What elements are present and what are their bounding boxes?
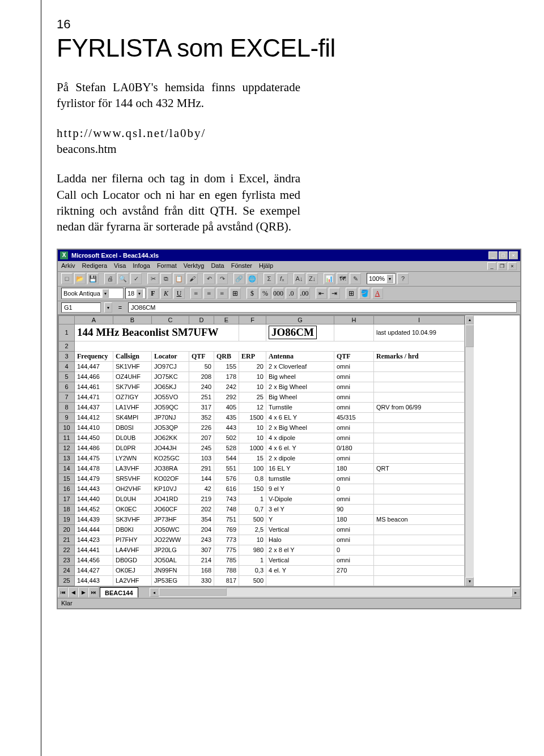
table-row[interactable]: 13144,475LY2WNKO25GC103544152 x dipoleom… bbox=[59, 453, 465, 463]
dec-indent-icon[interactable]: ⇤ bbox=[316, 288, 327, 299]
copy-icon[interactable]: ⧉ bbox=[160, 273, 172, 284]
header-cell[interactable]: Remarks / hrd bbox=[374, 351, 465, 361]
menu-data[interactable]: Data bbox=[211, 262, 224, 270]
row-header[interactable]: 14 bbox=[59, 463, 75, 473]
scroll-left-icon[interactable]: ◂ bbox=[150, 588, 159, 597]
header-cell[interactable]: Callsign bbox=[113, 351, 152, 361]
row-header[interactable]: 3 bbox=[59, 351, 75, 361]
font-color-icon[interactable]: A bbox=[372, 288, 383, 299]
col-header[interactable]: I bbox=[374, 315, 465, 324]
doc-restore-button[interactable]: ❐ bbox=[498, 262, 507, 270]
doc-close-button[interactable]: × bbox=[508, 262, 517, 270]
preview-icon[interactable]: 🔍 bbox=[117, 273, 129, 284]
percent-icon[interactable]: % bbox=[260, 288, 271, 299]
table-row[interactable]: 9144,412SK4MPIJP70NJ35243515004 x 6 EL Y… bbox=[59, 412, 465, 422]
row-header[interactable]: 9 bbox=[59, 412, 75, 422]
menu-redigera[interactable]: Redigera bbox=[82, 262, 107, 270]
row-header[interactable]: 18 bbox=[59, 504, 75, 514]
table-row[interactable]: 22144,441LA4VHFJP20LG3077759802 x 8 el Y… bbox=[59, 545, 465, 555]
table-row[interactable]: 11144,450DL0UBJO62KK207502104 x dipoleom… bbox=[59, 433, 465, 443]
underline-button[interactable]: U bbox=[173, 288, 185, 299]
row-header[interactable]: 7 bbox=[59, 392, 75, 402]
table-row[interactable]: 16144,443OH2VHFKP10VJ426161509 el Y0 bbox=[59, 484, 465, 494]
row-header[interactable]: 6 bbox=[59, 382, 75, 392]
row-header[interactable]: 5 bbox=[59, 371, 75, 382]
menu-arkiv[interactable]: Arkiv bbox=[61, 262, 75, 270]
sort-asc-icon[interactable]: A↓ bbox=[294, 273, 305, 284]
table-row[interactable]: 15144,479SR5VHFKO02OF1445760,8turnstileo… bbox=[59, 473, 465, 484]
tab-first-icon[interactable]: ⏮ bbox=[58, 587, 68, 597]
row-header[interactable]: 21 bbox=[59, 535, 75, 545]
align-center-icon[interactable]: ≡ bbox=[203, 288, 215, 299]
web-icon[interactable]: 🌐 bbox=[246, 273, 258, 284]
row-header[interactable]: 25 bbox=[59, 575, 75, 586]
merge-icon[interactable]: ⊞ bbox=[230, 288, 241, 299]
font-combo[interactable]: Book Antiqua ▾ bbox=[61, 288, 124, 299]
table-row[interactable]: 17144,440DL0UHJO41RD2197431V-Dipoleomni bbox=[59, 494, 465, 504]
inc-indent-icon[interactable]: ⇥ bbox=[329, 288, 340, 299]
row-header[interactable]: 20 bbox=[59, 524, 75, 535]
row-header[interactable]: 17 bbox=[59, 494, 75, 504]
row-header[interactable]: 23 bbox=[59, 555, 75, 565]
zoom-combo[interactable]: 100% ▾ bbox=[367, 273, 396, 284]
vertical-scrollbar[interactable]: ▴ ▾ bbox=[465, 315, 474, 586]
sum-icon[interactable]: Σ bbox=[264, 273, 275, 284]
menu-visa[interactable]: Visa bbox=[114, 262, 126, 270]
locator-cell[interactable]: JO86CM bbox=[269, 326, 317, 339]
table-row[interactable]: 14144,478LA3VHFJO38RA29155110016 EL Y180… bbox=[59, 463, 465, 473]
italic-button[interactable]: K bbox=[160, 288, 172, 299]
link-icon[interactable]: 🔗 bbox=[233, 273, 245, 284]
tab-next-icon[interactable]: ▶ bbox=[78, 587, 88, 597]
row-header[interactable]: 22 bbox=[59, 545, 75, 555]
scroll-up-icon[interactable]: ▴ bbox=[465, 315, 474, 324]
row-header[interactable]: 15 bbox=[59, 473, 75, 484]
dec-decimal-icon[interactable]: .00 bbox=[299, 288, 310, 299]
close-button[interactable]: × bbox=[509, 251, 518, 259]
header-cell[interactable]: Frequency bbox=[75, 351, 113, 361]
row-header[interactable]: 12 bbox=[59, 443, 75, 453]
chevron-down-icon[interactable]: ▾ bbox=[104, 302, 112, 313]
currency-icon[interactable]: $ bbox=[246, 288, 258, 299]
col-header[interactable]: H bbox=[334, 315, 374, 324]
scroll-down-icon[interactable]: ▾ bbox=[465, 577, 474, 586]
map-icon[interactable]: 🗺 bbox=[337, 273, 348, 284]
chevron-down-icon[interactable]: ▾ bbox=[136, 289, 143, 298]
table-row[interactable]: 6144,461SK7VHFJO65KJ240242102 x Big Whee… bbox=[59, 382, 465, 392]
sort-desc-icon[interactable]: Z↓ bbox=[307, 273, 318, 284]
new-icon[interactable]: □ bbox=[61, 273, 73, 284]
menu-format[interactable]: Format bbox=[157, 262, 177, 270]
row-header[interactable]: 1 bbox=[59, 324, 75, 341]
border-icon[interactable]: ⊞ bbox=[346, 288, 357, 299]
row-header[interactable]: 24 bbox=[59, 565, 75, 575]
table-row[interactable]: 4144,447SK1VHFJO97CJ50155202 x Cloverlea… bbox=[59, 361, 465, 371]
row-header[interactable]: 16 bbox=[59, 484, 75, 494]
row-header[interactable]: 4 bbox=[59, 361, 75, 371]
help-icon[interactable]: ? bbox=[397, 273, 409, 284]
table-row[interactable]: 24144,427OK0EJJN99FN1687880,34 el. Y270 bbox=[59, 565, 465, 575]
open-icon[interactable]: 📂 bbox=[74, 273, 86, 284]
header-cell[interactable]: Locator bbox=[152, 351, 189, 361]
bold-button[interactable]: F bbox=[147, 288, 159, 299]
col-header[interactable]: A bbox=[75, 315, 113, 324]
chart-icon[interactable]: 📊 bbox=[324, 273, 335, 284]
horizontal-scrollbar[interactable]: ◂ ▸ bbox=[150, 588, 520, 597]
paste-icon[interactable]: 📋 bbox=[173, 273, 185, 284]
header-cell[interactable]: QTF bbox=[334, 351, 374, 361]
comma-icon[interactable]: 000 bbox=[273, 288, 284, 299]
chevron-down-icon[interactable]: ▾ bbox=[102, 289, 109, 298]
redo-icon[interactable]: ↷ bbox=[216, 273, 228, 284]
sheet-tab[interactable]: BEAC144 bbox=[100, 587, 138, 597]
font-size-combo[interactable]: 18 ▾ bbox=[125, 288, 146, 299]
fill-color-icon[interactable]: 🪣 bbox=[359, 288, 370, 299]
minimize-button[interactable]: _ bbox=[488, 251, 498, 259]
table-row[interactable]: 18144,452OK0ECJO60CF2027480,73 el Y90 bbox=[59, 504, 465, 514]
col-header[interactable]: B bbox=[113, 315, 152, 324]
align-right-icon[interactable]: ≡ bbox=[216, 288, 228, 299]
spell-icon[interactable]: ✓ bbox=[130, 273, 142, 284]
row-header[interactable]: 11 bbox=[59, 433, 75, 443]
header-cell[interactable]: Antenna bbox=[266, 351, 334, 361]
row-header[interactable]: 8 bbox=[59, 402, 75, 412]
cut-icon[interactable]: ✂ bbox=[147, 273, 159, 284]
table-row[interactable]: 20144,444DB0KIJO50WC2047692,5Verticalomn… bbox=[59, 524, 465, 535]
draw-icon[interactable]: ✎ bbox=[350, 273, 361, 284]
